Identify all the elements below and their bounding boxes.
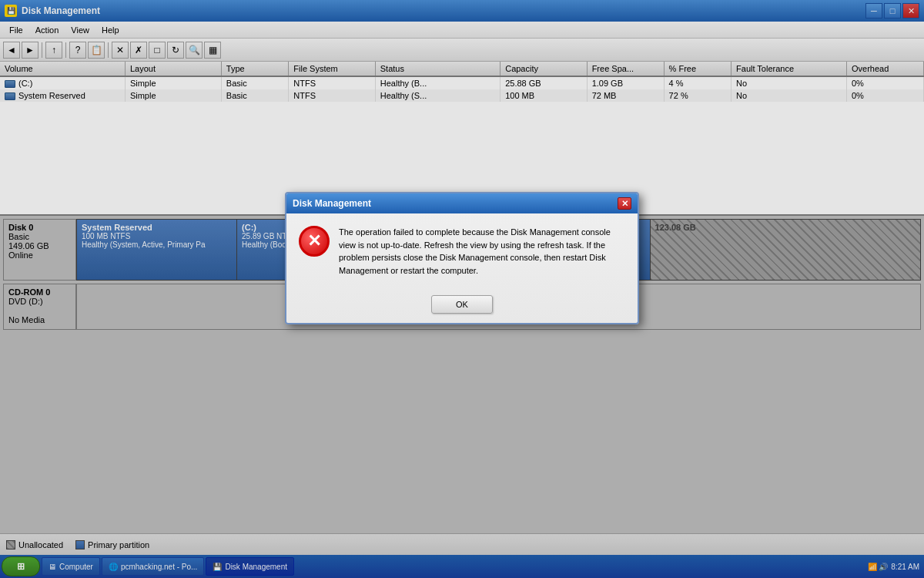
- dialog-title-controls: ✕: [618, 197, 631, 210]
- dialog-body: ✕ The operation failed to complete becau…: [286, 213, 638, 289]
- app-window: 💾 Disk Management ─ □ ✕ File Action View…: [0, 0, 924, 578]
- dialog-ok-button[interactable]: OK: [431, 295, 493, 314]
- dialog-error-icon: ✕: [299, 226, 330, 257]
- dialog-footer: OK: [286, 289, 638, 323]
- modal-overlay: Disk Management ✕ ✕ The operation failed…: [0, 0, 924, 578]
- dialog-close-button[interactable]: ✕: [618, 197, 631, 210]
- dialog-message: The operation failed to complete because…: [339, 226, 625, 277]
- dialog-title-bar: Disk Management ✕: [286, 193, 638, 213]
- dialog-title: Disk Management: [293, 198, 371, 209]
- dialog: Disk Management ✕ ✕ The operation failed…: [285, 192, 639, 324]
